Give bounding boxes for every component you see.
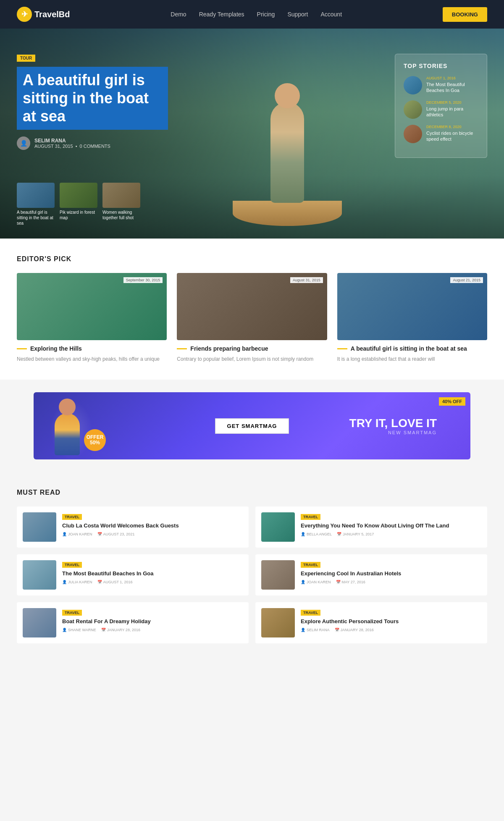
author-avatar: 👤 bbox=[17, 136, 30, 150]
mr-date-1: 📅 AUGUST 23, 2021 bbox=[97, 532, 135, 536]
thumb-item-1[interactable]: A beautiful girl is sitting in the boat … bbox=[17, 183, 55, 226]
mr-card-5[interactable]: TRAVEL Boat Rental For A Dreamy Holiday … bbox=[17, 602, 249, 643]
ad-banner-wrapper: 40% OFF OFFER 50% GET SMARTMAG TRY IT, L… bbox=[0, 388, 504, 472]
mr-date-5: 📅 JANUARY 28, 2016 bbox=[101, 628, 140, 632]
nav-pricing[interactable]: Pricing bbox=[257, 11, 275, 18]
nav-account[interactable]: Account bbox=[320, 11, 342, 18]
story-item-3[interactable]: DECEMBER 8, 2020 Cyclist rides on bicycl… bbox=[404, 125, 478, 143]
mr-img-3 bbox=[23, 560, 56, 590]
editors-card-desc-2: Contrary to popular belief, Lorem Ipsum … bbox=[177, 355, 327, 363]
mr-badge-1: TRAVEL bbox=[62, 514, 82, 520]
mr-card-4[interactable]: TRAVEL Experiencing Cool In Australian H… bbox=[255, 554, 487, 595]
hero-title: A beautiful girl is sitting in the boat … bbox=[17, 67, 168, 130]
mr-author-2: 👤 BELLA ANGEL bbox=[301, 532, 332, 536]
thumbnail-strip: A beautiful girl is sitting in the boat … bbox=[17, 183, 140, 226]
ad-new-text: NEW SMARTMAG bbox=[349, 430, 437, 435]
logo[interactable]: ✈ TravelBd bbox=[17, 7, 70, 22]
ad-get-button[interactable]: GET SMARTMAG bbox=[215, 418, 289, 434]
story-thumb-2 bbox=[404, 100, 422, 119]
editors-pick-title: EDITOR'S PICK bbox=[17, 255, 487, 263]
booking-button[interactable]: BOOKING bbox=[443, 7, 487, 22]
yellow-bar-1 bbox=[17, 348, 27, 349]
mr-content-2: TRAVEL Everything You Need To Know About… bbox=[301, 512, 481, 536]
thumb-img-2 bbox=[60, 183, 97, 208]
nav-ready-templates[interactable]: Ready Templates bbox=[199, 11, 244, 18]
editors-card-title-2: Friends preparing barbecue bbox=[190, 345, 268, 352]
mr-card-1[interactable]: TRAVEL Club La Costa World Welcomes Back… bbox=[17, 506, 249, 548]
thumb-item-3[interactable]: Women walking together full shot bbox=[102, 183, 140, 226]
hero-section: TOUR A beautiful girl is sitting in the … bbox=[0, 29, 504, 239]
editors-card-1[interactable]: September 30, 2015 Exploring the Hills N… bbox=[17, 273, 167, 363]
editors-card-img-1: September 30, 2015 bbox=[17, 273, 167, 340]
ad-off-badge: 40% OFF bbox=[439, 397, 465, 406]
story-item-1[interactable]: AUGUST 1, 2016 The Most Beautiful Beache… bbox=[404, 76, 478, 94]
ad-text-area: TRY IT, LOVE IT NEW SMARTMAG bbox=[349, 417, 437, 435]
editors-card-desc-3: It is a long established fact that a rea… bbox=[337, 355, 487, 363]
mr-author-5: 👤 SHANE WARNE bbox=[62, 628, 96, 632]
thumb-item-2[interactable]: Pik wizard in forest map bbox=[60, 183, 97, 226]
story-thumb-1 bbox=[404, 76, 422, 94]
ad-person-head bbox=[59, 399, 76, 415]
must-read-section: MUST READ TRAVEL Club La Costa World Wel… bbox=[0, 472, 504, 660]
thumb-label-1: A beautiful girl is sitting in the boat … bbox=[17, 210, 55, 226]
logo-icon: ✈ bbox=[17, 7, 32, 22]
mr-date-2: 📅 JANUARY 5, 2017 bbox=[337, 532, 374, 536]
story-title-2: Long jump in para athletics bbox=[426, 106, 478, 118]
must-read-title: MUST READ bbox=[17, 489, 487, 496]
nav-demo[interactable]: Demo bbox=[171, 11, 186, 18]
story-info-1: AUGUST 1, 2016 The Most Beautiful Beache… bbox=[426, 76, 478, 94]
mr-content-1: TRAVEL Club La Costa World Welcomes Back… bbox=[62, 512, 243, 536]
nav-support[interactable]: Support bbox=[287, 11, 308, 18]
editors-card-2[interactable]: August 31, 2015 Friends preparing barbec… bbox=[177, 273, 327, 363]
story-info-2: DECEMBER 5, 2020 Long jump in para athle… bbox=[426, 100, 478, 118]
hero-person-container bbox=[228, 79, 346, 239]
mr-content-3: TRAVEL The Most Beautiful Beaches In Goa… bbox=[62, 560, 243, 584]
mr-img-4 bbox=[261, 560, 295, 590]
editors-card-date-1: September 30, 2015 bbox=[123, 277, 163, 283]
mr-content-5: TRAVEL Boat Rental For A Dreamy Holiday … bbox=[62, 608, 243, 632]
thumb-label-3: Women walking together full shot bbox=[102, 210, 140, 220]
yellow-bar-2 bbox=[177, 348, 187, 349]
mr-card-2[interactable]: TRAVEL Everything You Need To Know About… bbox=[255, 506, 487, 548]
story-item-2[interactable]: DECEMBER 5, 2020 Long jump in para athle… bbox=[404, 100, 478, 119]
mr-date-4: 📅 MAY 27, 2016 bbox=[336, 580, 365, 584]
editors-card-img-2: August 31, 2015 bbox=[177, 273, 327, 340]
mr-badge-6: TRAVEL bbox=[301, 610, 320, 616]
mr-badge-2: TRAVEL bbox=[301, 514, 320, 520]
mr-badge-3: TRAVEL bbox=[62, 562, 82, 568]
person-body bbox=[270, 102, 304, 203]
mr-author-1: 👤 JOAN KAREN bbox=[62, 532, 92, 536]
mr-meta-1: 👤 JOAN KAREN 📅 AUGUST 23, 2021 bbox=[62, 532, 243, 536]
mr-title-2: Everything You Need To Know About Living… bbox=[301, 522, 481, 530]
editors-card-title-bar-3: A beautiful girl is sitting in the boat … bbox=[337, 345, 487, 352]
author-info: SELIM RANA AUGUST 31, 2015 • 0 COMMENTS bbox=[34, 138, 110, 149]
editors-card-title-bar-1: Exploring the Hills bbox=[17, 345, 167, 352]
editors-card-3[interactable]: August 21, 2015 A beautiful girl is sitt… bbox=[337, 273, 487, 363]
story-thumb-3 bbox=[404, 125, 422, 143]
mr-content-6: TRAVEL Explore Authentic Personalized To… bbox=[301, 608, 481, 632]
author-meta: AUGUST 31, 2015 • 0 COMMENTS bbox=[34, 144, 110, 149]
hero-author: 👤 SELIM RANA AUGUST 31, 2015 • 0 COMMENT… bbox=[17, 136, 168, 150]
logo-text: TravelBd bbox=[34, 10, 70, 19]
story-date-2: DECEMBER 5, 2020 bbox=[426, 100, 478, 105]
mr-date-3: 📅 AUGUST 1, 2016 bbox=[97, 580, 133, 584]
mr-title-3: The Most Beautiful Beaches In Goa bbox=[62, 570, 243, 577]
mr-author-6: 👤 SELIM RANA bbox=[301, 628, 330, 632]
mr-meta-3: 👤 JULIA KAREN 📅 AUGUST 1, 2016 bbox=[62, 580, 243, 584]
ad-person-body bbox=[55, 413, 80, 455]
editors-pick-section: EDITOR'S PICK September 30, 2015 Explori… bbox=[0, 239, 504, 380]
editors-card-title-1: Exploring the Hills bbox=[30, 345, 82, 352]
ad-banner: 40% OFF OFFER 50% GET SMARTMAG TRY IT, L… bbox=[34, 392, 470, 459]
mr-img-5 bbox=[23, 608, 56, 637]
must-read-grid: TRAVEL Club La Costa World Welcomes Back… bbox=[17, 506, 487, 643]
mr-author-3: 👤 JULIA KAREN bbox=[62, 580, 92, 584]
mr-author-4: 👤 JOAN KAREN bbox=[301, 580, 331, 584]
mr-card-6[interactable]: TRAVEL Explore Authentic Personalized To… bbox=[255, 602, 487, 643]
top-stories-panel: TOP STORIES AUGUST 1, 2016 The Most Beau… bbox=[395, 54, 487, 158]
mr-card-3[interactable]: TRAVEL The Most Beautiful Beaches In Goa… bbox=[17, 554, 249, 595]
thumb-label-2: Pik wizard in forest map bbox=[60, 210, 97, 220]
mr-badge-5: TRAVEL bbox=[62, 610, 82, 616]
thumb-img-1 bbox=[17, 183, 55, 208]
story-date-3: DECEMBER 8, 2020 bbox=[426, 125, 478, 129]
mr-meta-5: 👤 SHANE WARNE 📅 JANUARY 28, 2016 bbox=[62, 628, 243, 632]
